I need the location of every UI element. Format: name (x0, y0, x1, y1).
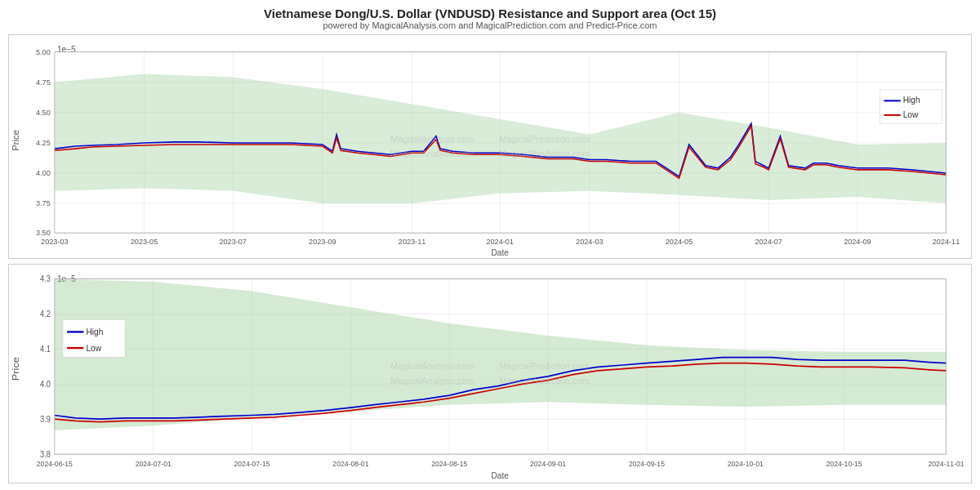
bottom-y-label: Price (11, 357, 21, 381)
top-y-label: Price (11, 130, 20, 151)
svg-text:5.00: 5.00 (36, 48, 51, 56)
svg-text:2023-09: 2023-09 (309, 238, 336, 246)
top-chart-wrapper: MagicalAnalysis.com MagicalPrediction.co… (8, 34, 972, 259)
svg-text:2023-05: 2023-05 (131, 238, 158, 246)
svg-text:3.50: 3.50 (36, 229, 51, 237)
svg-text:High: High (86, 326, 103, 336)
svg-text:2024-11: 2024-11 (933, 238, 960, 246)
svg-text:2024-05: 2024-05 (666, 238, 693, 246)
title-area: Vietnamese Dong/U.S. Dollar (VNDUSD) Res… (0, 0, 980, 32)
svg-text:2024-06-15: 2024-06-15 (37, 460, 73, 469)
svg-text:2024-03: 2024-03 (576, 238, 603, 246)
svg-text:2024-01: 2024-01 (486, 238, 513, 246)
svg-text:4.1: 4.1 (40, 344, 51, 354)
svg-text:3.9: 3.9 (40, 414, 51, 424)
svg-text:4.75: 4.75 (36, 78, 51, 87)
svg-text:4.00: 4.00 (36, 169, 51, 177)
svg-text:4.0: 4.0 (40, 379, 51, 389)
svg-text:2024-10-01: 2024-10-01 (728, 460, 764, 469)
svg-text:4.3: 4.3 (40, 274, 51, 283)
svg-text:2024-10-15: 2024-10-15 (826, 460, 862, 469)
svg-text:2024-08-01: 2024-08-01 (332, 460, 368, 469)
subtitle: powered by MagicalAnalysis.com and Magic… (0, 20, 980, 30)
svg-text:2024-09-01: 2024-09-01 (530, 460, 566, 469)
svg-text:2023-03: 2023-03 (41, 238, 68, 246)
svg-text:Date: Date (491, 470, 508, 481)
svg-text:3.75: 3.75 (36, 199, 51, 207)
svg-text:2024-08-15: 2024-08-15 (431, 460, 467, 469)
top-chart-svg: Price 1e−5 5.00 4.75 4.50 4.25 (9, 35, 971, 258)
svg-text:2023-11: 2023-11 (399, 238, 425, 246)
page-container: Vietnamese Dong/U.S. Dollar (VNDUSD) Res… (0, 0, 980, 490)
svg-text:2024-11-01: 2024-11-01 (928, 460, 964, 469)
svg-text:4.2: 4.2 (40, 309, 51, 318)
bottom-chart-svg: Price 1e−5 4.3 4.2 4.1 4.0 (9, 265, 971, 483)
svg-text:Date: Date (491, 248, 509, 257)
svg-text:2024-07-01: 2024-07-01 (136, 460, 172, 469)
svg-text:4.50: 4.50 (36, 109, 51, 117)
svg-text:2023-07: 2023-07 (219, 238, 246, 246)
svg-text:Low: Low (903, 110, 919, 119)
svg-text:2024-09-15: 2024-09-15 (629, 460, 665, 469)
svg-text:Low: Low (86, 342, 101, 353)
bottom-chart-wrapper: MagicalAnalysis.com MagicalPrediction.co… (8, 264, 972, 483)
charts-container: MagicalAnalysis.com MagicalPrediction.co… (0, 32, 980, 490)
svg-text:2024-07: 2024-07 (755, 238, 782, 246)
svg-text:2024-07-15: 2024-07-15 (234, 460, 270, 469)
svg-text:4.25: 4.25 (36, 139, 51, 147)
svg-text:3.8: 3.8 (40, 449, 51, 459)
main-title: Vietnamese Dong/U.S. Dollar (VNDUSD) Res… (0, 7, 980, 20)
svg-text:2024-09: 2024-09 (844, 238, 871, 246)
svg-text:High: High (903, 96, 920, 105)
